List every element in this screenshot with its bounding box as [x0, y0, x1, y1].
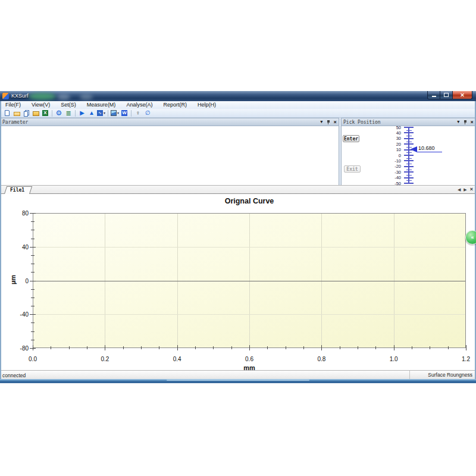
open-file-icon[interactable]: [12, 109, 21, 117]
enter-button[interactable]: Enter: [343, 135, 359, 142]
tab-file1[interactable]: File1: [4, 186, 30, 194]
export-excel-icon-glyph: X: [42, 110, 48, 116]
position-marker-line: [417, 152, 442, 152]
copy-icon-glyph: [24, 111, 28, 117]
pick-position-panel-body: Enter Exit 10.680 50403020100-10-20-30-4…: [342, 126, 475, 185]
tab-close-icon[interactable]: ×: [470, 187, 473, 192]
status-bar: connected Surface Roungness: [0, 370, 476, 379]
dropdown-chevron-icon[interactable]: ▾: [117, 110, 119, 116]
tab-scroll-left-icon[interactable]: ◀: [458, 187, 461, 192]
pick-position-panel-titlebar: Pick Position ▼ ×: [342, 118, 475, 126]
minimize-button[interactable]: [427, 91, 440, 99]
x-axis-minor-tick: [141, 346, 142, 349]
x-axis-major-tick: [105, 345, 105, 350]
x-axis-major-tick: [466, 345, 466, 350]
toolbar-separator: [75, 110, 76, 117]
aero-glass-blob: [80, 94, 93, 100]
panel-controls: ▼ ×: [320, 120, 337, 125]
probe-position-icon-glyph: ♀: [136, 110, 140, 116]
copy-icon[interactable]: [22, 109, 30, 117]
cancel-icon[interactable]: ∅: [143, 109, 152, 117]
cancel-icon-glyph: ∅: [145, 110, 151, 116]
ruler-tick-label: 20: [384, 142, 401, 147]
ruler-minor-tick: [406, 130, 412, 131]
y-axis-minor-tick: [31, 298, 35, 298]
ruler-minor-tick: [406, 164, 412, 164]
ruler-major-tick: [404, 183, 414, 184]
x-axis-minor-tick: [195, 346, 196, 349]
folder-icon[interactable]: [32, 109, 40, 117]
menu-view[interactable]: View(V): [26, 101, 55, 109]
dock-panels-row: Parameter ▼ × Pick Position ▼ ×: [0, 118, 476, 185]
ruler-tick-label: 40: [384, 130, 401, 136]
panel-pin-icon[interactable]: [327, 120, 330, 125]
panel-pin-icon[interactable]: [464, 120, 467, 125]
x-axis-minor-tick: [213, 346, 214, 349]
x-axis-tick-label: 1.0: [382, 356, 406, 362]
curve-chart-icon[interactable]: ∿▾: [97, 109, 105, 117]
word-report-icon[interactable]: W: [120, 109, 129, 117]
tab-label: File1: [4, 186, 30, 194]
x-axis-tick-label: 0.6: [237, 356, 261, 362]
exit-button[interactable]: Exit: [344, 165, 361, 173]
settings-gear-icon[interactable]: ⚙: [55, 109, 63, 117]
menu-measure[interactable]: Measure(M): [82, 101, 121, 109]
folder-icon-glyph: [33, 111, 39, 116]
image-report-icon-glyph: [111, 110, 117, 116]
y-axis-major-tick: [30, 213, 36, 214]
aero-glass-blob: [29, 93, 56, 100]
menu-report[interactable]: Report(R): [158, 101, 192, 109]
probe-position-icon[interactable]: ♀: [134, 109, 142, 117]
chart-area: Orignal Curve µm mm « 0.00.20.40.60.81.0…: [0, 194, 476, 370]
ruler-major-tick: [404, 132, 414, 133]
lift-probe-icon-glyph: ▲: [89, 110, 95, 116]
y-axis-minor-tick: [31, 255, 35, 256]
ruler-tick-label: 30: [384, 136, 401, 141]
maximize-button[interactable]: [440, 91, 453, 99]
lift-probe-icon[interactable]: ▲: [87, 109, 96, 117]
y-axis-major-tick: [30, 247, 36, 248]
ruler-minor-tick: [406, 180, 412, 181]
tab-scroll-right-icon[interactable]: ▶: [464, 187, 466, 192]
window-controls: ✕: [427, 91, 472, 99]
curve-chart-icon-glyph: ∿: [97, 110, 103, 116]
ruler-tick-label: -10: [384, 158, 401, 164]
y-axis-tick-label: 40: [12, 244, 29, 250]
x-axis-minor-tick: [123, 346, 124, 349]
settings-gear-icon-glyph: ⚙: [56, 110, 62, 116]
panel-menu-chevron-icon[interactable]: ▼: [320, 120, 322, 124]
ruler-major-tick: [404, 143, 414, 145]
ruler-major-tick: [404, 127, 414, 128]
export-excel-icon[interactable]: X: [41, 109, 49, 117]
y-axis-major-tick: [30, 348, 36, 349]
window-bottom-frame: [0, 379, 476, 383]
panel-menu-chevron-icon[interactable]: ▼: [457, 120, 459, 124]
open-file-icon-glyph: [14, 112, 20, 116]
panel-controls: ▼ ×: [457, 120, 474, 125]
new-file-icon-glyph: [5, 110, 10, 116]
y-axis-minor-tick: [31, 331, 35, 332]
x-axis-major-tick: [249, 345, 250, 350]
x-axis-minor-tick: [267, 346, 268, 349]
menu-file[interactable]: File(F): [0, 101, 26, 109]
image-report-icon[interactable]: ▾: [111, 109, 119, 117]
menu-set[interactable]: Set(S): [55, 101, 82, 109]
close-button[interactable]: ✕: [453, 91, 472, 99]
menu-analyse[interactable]: Analyse(A): [121, 101, 158, 109]
x-axis-minor-tick: [51, 346, 51, 349]
word-report-icon-glyph: W: [121, 110, 127, 116]
x-axis-tick-label: 0.4: [165, 356, 189, 362]
dropdown-chevron-icon[interactable]: ▾: [104, 110, 105, 116]
ruler-minor-tick: [406, 152, 412, 153]
menu-help[interactable]: Help(H): [192, 101, 221, 109]
start-measure-icon[interactable]: ▶: [78, 109, 86, 117]
y-axis-tick-label: -80: [12, 345, 29, 352]
panel-close-icon[interactable]: ×: [471, 120, 474, 125]
ruler-major-tick: [404, 166, 414, 167]
panel-close-icon[interactable]: ×: [334, 120, 337, 125]
x-axis-tick-label: 0.0: [21, 356, 45, 362]
ruler-major-tick: [404, 160, 414, 161]
parameter-list-icon[interactable]: ≣: [64, 109, 73, 117]
new-file-icon[interactable]: [3, 109, 11, 117]
expand-panel-button[interactable]: «: [465, 230, 476, 245]
